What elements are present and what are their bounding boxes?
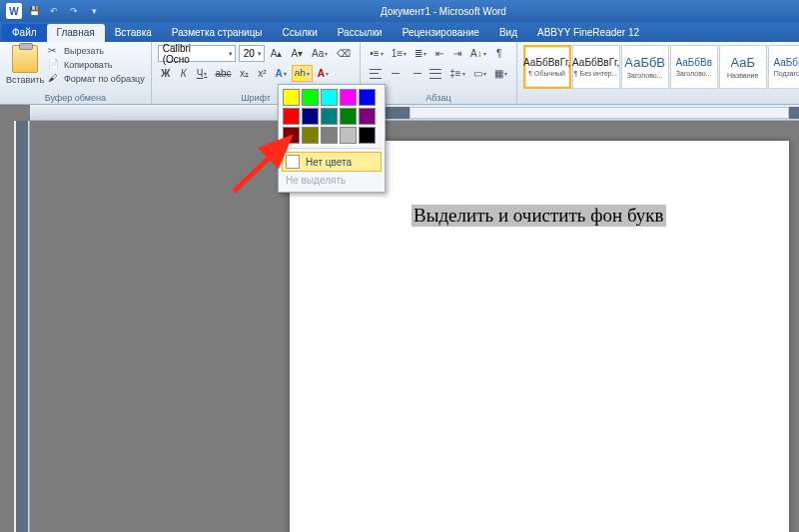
align-center-button[interactable]	[387, 65, 404, 82]
group-label-clipboard: Буфер обмена	[6, 93, 145, 104]
separator	[282, 148, 382, 149]
color-swatch[interactable]	[359, 108, 376, 125]
clear-formatting-button[interactable]: ⌫	[334, 45, 354, 62]
copy-icon	[48, 59, 60, 71]
color-swatch[interactable]	[359, 89, 376, 106]
vertical-ruler[interactable]	[14, 121, 30, 532]
ribbon-tabs: Файл Главная Вставка Разметка страницы С…	[0, 22, 799, 42]
qat-more-icon[interactable]: ▾	[86, 3, 102, 19]
undo-icon[interactable]: ↶	[46, 3, 62, 19]
paste-button[interactable]: Вставить	[6, 45, 44, 93]
tab-view[interactable]: Вид	[489, 24, 527, 42]
tab-page-layout[interactable]: Разметка страницы	[162, 24, 273, 42]
style-card[interactable]: АаБбВвПодзагол...	[768, 45, 799, 89]
style-card[interactable]: АаБНазвание	[719, 45, 767, 89]
color-swatch[interactable]	[302, 89, 319, 106]
tab-file[interactable]: Файл	[2, 24, 47, 42]
color-swatch[interactable]	[340, 108, 357, 125]
paste-icon	[12, 45, 38, 73]
bullets-button[interactable]: •≡	[367, 45, 386, 62]
color-swatch[interactable]	[321, 89, 338, 106]
quick-access-toolbar: W 💾 ↶ ↷ ▾	[0, 3, 108, 19]
strikethrough-button[interactable]: abc	[212, 65, 234, 82]
cut-button[interactable]: Вырезать	[48, 45, 145, 57]
style-card[interactable]: АаБбВвГг,¶ Без интер...	[572, 45, 620, 89]
grow-font-button[interactable]: A▴	[268, 45, 286, 62]
shrink-font-button[interactable]: A▾	[288, 45, 306, 62]
save-icon[interactable]: 💾	[26, 3, 42, 19]
font-size-combo[interactable]: 20	[239, 45, 265, 62]
decrease-indent-button[interactable]: ⇤	[431, 45, 447, 62]
color-grid	[282, 88, 382, 145]
stop-highlight-label: Не выделять	[286, 175, 346, 186]
highlight-color-button[interactable]: ab	[292, 65, 313, 82]
window-title: Документ1 - Microsoft Word	[108, 6, 799, 17]
highlight-swatch-icon	[295, 76, 305, 79]
font-family-combo[interactable]: Calibri (Осно	[158, 45, 236, 62]
group-clipboard: Вставить Вырезать Копировать Формат по о…	[0, 42, 152, 104]
copy-button[interactable]: Копировать	[48, 59, 145, 71]
style-card[interactable]: АаБбВвЗаголово...	[670, 45, 718, 89]
tab-references[interactable]: Ссылки	[273, 24, 328, 42]
color-swatch[interactable]	[283, 127, 300, 144]
highlight-color-dropdown: Нет цвета Не выделять	[278, 84, 386, 193]
shading-button[interactable]: ▭	[470, 65, 489, 82]
align-right-button[interactable]	[406, 65, 424, 82]
format-painter-button[interactable]: Формат по образцу	[48, 73, 145, 85]
superscript-button[interactable]: x²	[255, 65, 271, 82]
color-swatch[interactable]	[340, 89, 357, 106]
color-swatch[interactable]	[302, 127, 319, 144]
style-card[interactable]: АаБбВЗаголово...	[621, 45, 669, 89]
line-spacing-button[interactable]: ‡≡	[446, 65, 467, 82]
color-swatch[interactable]	[283, 89, 300, 106]
tab-insert[interactable]: Вставка	[105, 24, 162, 42]
justify-button[interactable]	[426, 65, 444, 82]
stop-highlight-item[interactable]: Не выделять	[282, 172, 382, 189]
color-swatch[interactable]	[321, 127, 338, 144]
title-bar: W 💾 ↶ ↷ ▾ Документ1 - Microsoft Word	[0, 0, 799, 22]
align-left-button[interactable]	[367, 65, 385, 82]
italic-button[interactable]: К	[176, 65, 192, 82]
tab-review[interactable]: Рецензирование	[393, 24, 489, 42]
color-swatch[interactable]	[321, 108, 338, 125]
brush-icon	[48, 73, 60, 85]
no-color-item[interactable]: Нет цвета	[282, 152, 382, 172]
horizontal-ruler[interactable]	[30, 105, 799, 121]
text-effects-button[interactable]: A	[273, 65, 290, 82]
underline-button[interactable]: Ч	[194, 65, 211, 82]
no-color-label: Нет цвета	[306, 157, 352, 168]
numbering-button[interactable]: 1≡	[389, 45, 409, 62]
subscript-button[interactable]: x₂	[237, 65, 253, 82]
color-swatch[interactable]	[283, 108, 300, 125]
tab-home[interactable]: Главная	[47, 24, 105, 42]
selected-text[interactable]: Выделить и очистить фон букв	[411, 205, 666, 227]
page[interactable]: Выделить и очистить фон букв	[290, 141, 789, 532]
styles-gallery: АаБбВвГг,¶ ОбычныйАаБбВвГг,¶ Без интер..…	[523, 45, 799, 104]
show-marks-button[interactable]: ¶	[491, 45, 507, 62]
change-case-button[interactable]: Aa	[309, 45, 331, 62]
paste-label: Вставить	[6, 75, 44, 85]
tab-mailings[interactable]: Рассылки	[328, 24, 393, 42]
tab-abbyy[interactable]: ABBYY FineReader 12	[527, 24, 649, 42]
group-label-paragraph: Абзац	[367, 93, 509, 104]
color-swatch[interactable]	[302, 108, 319, 125]
color-swatch[interactable]	[340, 127, 357, 144]
document-area: Выделить и очистить фон букв	[0, 105, 799, 532]
borders-button[interactable]: ▦	[491, 65, 510, 82]
redo-icon[interactable]: ↷	[66, 3, 82, 19]
style-card[interactable]: АаБбВвГг,¶ Обычный	[523, 45, 571, 89]
increase-indent-button[interactable]: ⇥	[449, 45, 465, 62]
word-logo-icon: W	[6, 3, 22, 19]
scissors-icon	[48, 45, 60, 57]
group-styles: АаБбВвГг,¶ ОбычныйАаБбВвГг,¶ Без интер..…	[517, 42, 799, 104]
ribbon: Вставить Вырезать Копировать Формат по о…	[0, 42, 799, 105]
bold-button[interactable]: Ж	[158, 65, 174, 82]
no-color-swatch-icon	[286, 155, 300, 169]
color-swatch[interactable]	[359, 127, 376, 144]
font-color-button[interactable]: A	[315, 65, 332, 82]
sort-button[interactable]: A↓	[467, 45, 489, 62]
multilevel-list-button[interactable]: ≣	[411, 45, 429, 62]
